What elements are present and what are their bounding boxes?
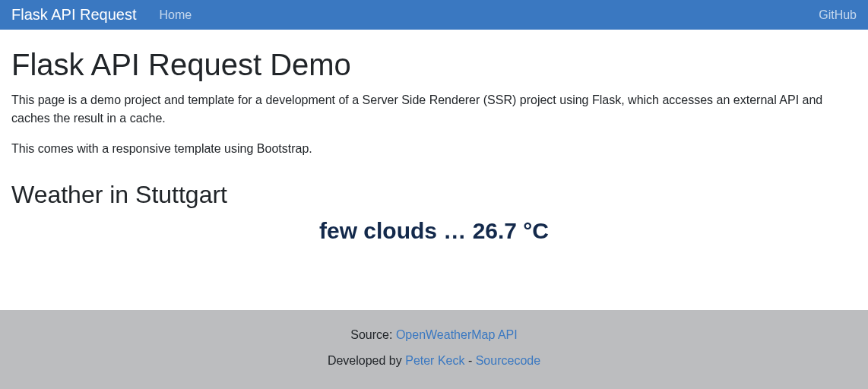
page-title: Flask API Request Demo: [11, 48, 857, 82]
navbar-left: Flask API Request Home: [11, 6, 192, 24]
nav-link-github[interactable]: GitHub: [819, 8, 857, 22]
intro-paragraph-1: This page is a demo project and template…: [11, 91, 857, 128]
nav-link-home[interactable]: Home: [160, 8, 192, 22]
navbar: Flask API Request Home GitHub: [0, 0, 868, 30]
footer-separator: -: [464, 354, 475, 367]
footer-developer-link[interactable]: Peter Keck: [405, 354, 464, 367]
intro-paragraph-2: This comes with a responsive template us…: [11, 140, 857, 158]
weather-display: few clouds … 26.7 °C: [11, 218, 857, 244]
footer-developed-prefix: Developed by: [328, 354, 405, 367]
navbar-brand[interactable]: Flask API Request: [11, 6, 137, 24]
footer-source-link[interactable]: OpenWeatherMap API: [396, 328, 518, 341]
footer-source-line: Source: OpenWeatherMap API: [11, 328, 857, 342]
footer-source-prefix: Source:: [350, 328, 396, 341]
footer-sourcecode-link[interactable]: Sourcecode: [476, 354, 540, 367]
section-title: Weather in Stuttgart: [11, 181, 857, 209]
main-content: Flask API Request Demo This page is a de…: [0, 30, 868, 310]
footer-developer-line: Developed by Peter Keck - Sourcecode: [11, 354, 857, 368]
footer: Source: OpenWeatherMap API Developed by …: [0, 310, 868, 389]
